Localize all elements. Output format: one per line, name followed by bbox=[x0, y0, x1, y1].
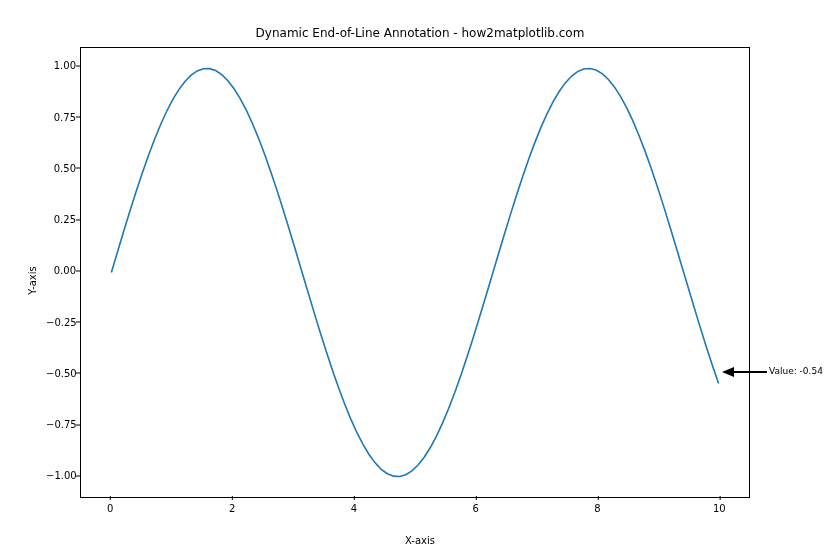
y-tick: 0.00 bbox=[46, 265, 76, 276]
y-tick: 1.00 bbox=[46, 60, 76, 71]
x-tick: 6 bbox=[473, 499, 479, 514]
y-tick: −0.75 bbox=[46, 419, 76, 430]
y-tick: −0.50 bbox=[46, 367, 76, 378]
figure: Dynamic End-of-Line Annotation - how2mat… bbox=[0, 0, 840, 560]
x-tick: 8 bbox=[594, 499, 600, 514]
y-tick: 0.25 bbox=[46, 214, 76, 225]
y-tick: −0.25 bbox=[46, 316, 76, 327]
plot-area bbox=[80, 47, 750, 498]
y-axis-label: Y-axis bbox=[18, 0, 47, 560]
y-tick: 0.50 bbox=[46, 162, 76, 173]
x-tick: 0 bbox=[107, 499, 113, 514]
x-tick: 2 bbox=[229, 499, 235, 514]
sine-line bbox=[81, 48, 749, 497]
series-line bbox=[111, 68, 718, 476]
y-tick: 0.75 bbox=[46, 111, 76, 122]
x-tick: 10 bbox=[713, 499, 726, 514]
x-tick: 4 bbox=[351, 499, 357, 514]
annotation-text: Value: -0.54 bbox=[769, 366, 823, 376]
x-axis-label: X-axis bbox=[0, 535, 840, 546]
chart-title: Dynamic End-of-Line Annotation - how2mat… bbox=[0, 26, 840, 40]
arrow-icon bbox=[719, 365, 769, 379]
svg-marker-1 bbox=[722, 367, 734, 377]
y-tick: −1.00 bbox=[46, 470, 76, 481]
